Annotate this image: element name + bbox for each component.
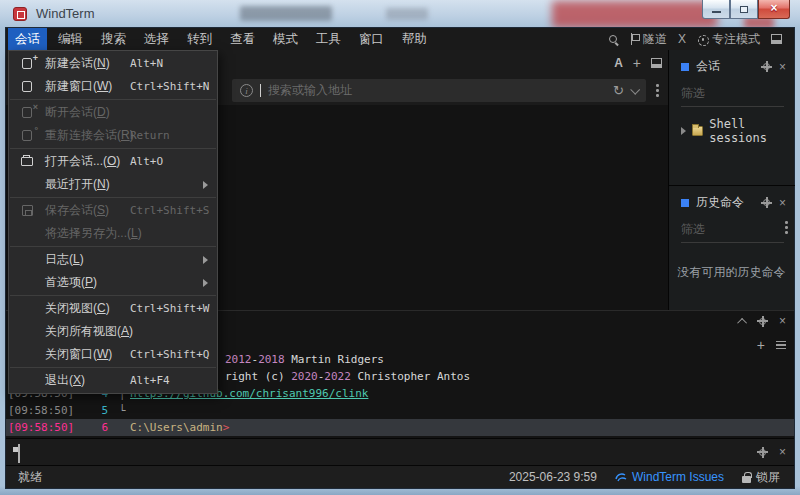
close-button[interactable]: ×	[758, 0, 790, 19]
terminal-text-segment: Christopher Antos	[351, 370, 470, 383]
menubar-item-2[interactable]: 搜索	[94, 28, 133, 50]
menu-row-19[interactable]: 退出(X)Alt+F4	[9, 369, 217, 392]
censored-blur	[386, 8, 428, 20]
menu-icon-spacer	[21, 227, 36, 241]
menu-item-shortcut: Return	[130, 129, 170, 142]
menu-row-13[interactable]: 首选项(P)	[9, 271, 217, 294]
menu-row-12[interactable]: 日志(L)	[9, 248, 217, 271]
menu-row-16[interactable]: 关闭所有视图(A)	[9, 320, 217, 343]
terminal-text-segment: C:\Users\admin	[130, 421, 223, 434]
line-timestamp: [09:58:50]	[8, 419, 74, 436]
menu-icon-spacer	[21, 325, 36, 339]
lock-screen-button[interactable]: 锁屏	[742, 469, 780, 486]
menu-separator	[10, 148, 216, 149]
minimize-button[interactable]	[702, 0, 730, 19]
menubar-item-6[interactable]: 模式	[266, 28, 305, 50]
close-icon[interactable]: ×	[779, 62, 786, 72]
address-input[interactable]: i 搜索或输入地址 ↻	[232, 79, 646, 102]
chevron-down-icon[interactable]	[630, 85, 640, 95]
gear-icon[interactable]	[762, 198, 772, 208]
close-icon[interactable]: ×	[779, 447, 786, 457]
menu-item-label: 退出(X)	[45, 372, 85, 389]
lock-icon	[742, 476, 751, 483]
menu-row-3: ×断开会话(D)	[9, 101, 217, 124]
menu-item-label: 新建会话(N)	[45, 55, 110, 72]
terminal-text-segment: 2020	[291, 370, 318, 383]
minimize-icon	[712, 11, 721, 13]
gear-icon[interactable]	[758, 447, 768, 457]
sender-pane-icon[interactable]	[18, 444, 20, 463]
status-datetime: 2025-06-23 9:59	[509, 470, 597, 484]
menu-row-7[interactable]: 最近打开(N)	[9, 173, 217, 196]
windterm-logo-icon	[13, 7, 27, 21]
censored-blur	[552, 1, 717, 28]
menu-item-shortcut: Ctrl+Shift+W	[130, 302, 209, 315]
menu-item-label: 断开会话(D)	[45, 104, 110, 121]
close-icon[interactable]: ×	[779, 316, 786, 326]
line-number: 6	[74, 419, 108, 436]
x-server-button[interactable]: X	[678, 32, 686, 46]
layout-icon[interactable]	[771, 34, 782, 44]
statusbar: 就绪 2025-06-23 9:59 WindTerm Issues 锁屏	[6, 465, 794, 488]
session-filter-input[interactable]: 筛选	[681, 85, 784, 107]
gear-icon[interactable]	[758, 316, 768, 326]
tree-item-shell-sessions[interactable]: Shell sessions	[669, 107, 794, 145]
windterm-issues-link[interactable]: WindTerm Issues	[615, 470, 724, 484]
tunnel-button[interactable]: 隧道	[630, 31, 667, 48]
history-panel: 历史命令 × 筛选 没有可用的历史命令	[669, 186, 794, 310]
add-icon[interactable]: +	[757, 339, 765, 351]
menubar-item-4[interactable]: 转到	[180, 28, 219, 50]
menu-icon[interactable]	[776, 341, 786, 349]
save-icon	[21, 204, 36, 218]
menubar-items: 会话编辑搜索选择转到查看模式工具窗口帮助	[6, 28, 434, 50]
line-timestamp: [09:58:50]	[8, 402, 74, 419]
menubar-item-0[interactable]: 会话	[8, 28, 47, 50]
focus-mode-button[interactable]: 专注模式	[697, 31, 760, 48]
menu-item-shortcut: Alt+F4	[130, 374, 170, 387]
history-menu-icon[interactable]	[785, 221, 788, 234]
app-window: WindTerm × 会话编辑搜索选择转到查看模式工具窗口帮助 隧道 X	[0, 0, 800, 495]
menu-item-shortcut: Ctrl+Shift+S	[130, 204, 209, 217]
terminal-line-text: C:\Users\admin>	[130, 419, 229, 436]
search-icon[interactable]	[608, 34, 619, 45]
menu-row-17[interactable]: 关闭窗口(W)Ctrl+Shift+Q	[9, 343, 217, 366]
gear-icon[interactable]	[762, 62, 772, 72]
tab-strip-tools: A +	[614, 50, 664, 76]
address-menu-icon[interactable]	[656, 84, 659, 97]
terminal-line[interactable]: [09:58:50]5└	[6, 402, 794, 419]
restore-button[interactable]	[730, 0, 758, 19]
menu-row-0[interactable]: +新建会话(N)Alt+N	[9, 52, 217, 75]
issues-link-label: WindTerm Issues	[632, 470, 724, 484]
refresh-icon[interactable]: ↻	[613, 84, 624, 97]
focus-mode-label: 专注模式	[712, 31, 760, 48]
terminal-panel-tools-2: +	[757, 339, 786, 351]
menubar-item-3[interactable]: 选择	[137, 28, 176, 50]
chevron-up-icon[interactable]	[737, 317, 747, 327]
session-filter-placeholder: 筛选	[681, 86, 705, 100]
menubar-item-7[interactable]: 工具	[309, 28, 348, 50]
terminal-line-current[interactable]: [09:58:50]6C:\Users\admin>	[6, 419, 794, 436]
menu-row-15[interactable]: 关闭视图(C)Ctrl+Shift+W	[9, 297, 217, 320]
menubar-item-1[interactable]: 编辑	[51, 28, 90, 50]
titlebar[interactable]: WindTerm ×	[0, 0, 800, 28]
history-filter-input[interactable]: 筛选	[681, 221, 784, 243]
split-view-icon[interactable]	[651, 58, 662, 68]
wind-icon	[615, 471, 627, 483]
menubar-item-9[interactable]: 帮助	[395, 28, 434, 50]
close-icon[interactable]: ×	[779, 198, 786, 208]
font-size-button[interactable]: A	[614, 56, 623, 70]
menubar-item-5[interactable]: 查看	[223, 28, 262, 50]
menu-item-shortcut: Ctrl+Shift+N	[130, 80, 209, 93]
info-icon[interactable]: i	[240, 84, 253, 97]
menu-item-label: 保存会话(S)	[45, 202, 109, 219]
menu-row-9: 保存会话(S)Ctrl+Shift+S	[9, 199, 217, 222]
menu-icon-spacer	[21, 178, 36, 192]
new-tab-button[interactable]: +	[633, 57, 641, 69]
menu-item-shortcut: Ctrl+Shift+Q	[130, 348, 209, 361]
menubar-item-8[interactable]: 窗口	[352, 28, 391, 50]
tunnel-label: 隧道	[643, 31, 667, 48]
menu-row-1[interactable]: 新建窗口(W)Ctrl+Shift+N	[9, 75, 217, 98]
menu-row-6[interactable]: 打开会话...(O)Alt+O	[9, 150, 217, 173]
session-panel-title: 会话	[696, 58, 755, 75]
folder-icon	[692, 126, 703, 136]
